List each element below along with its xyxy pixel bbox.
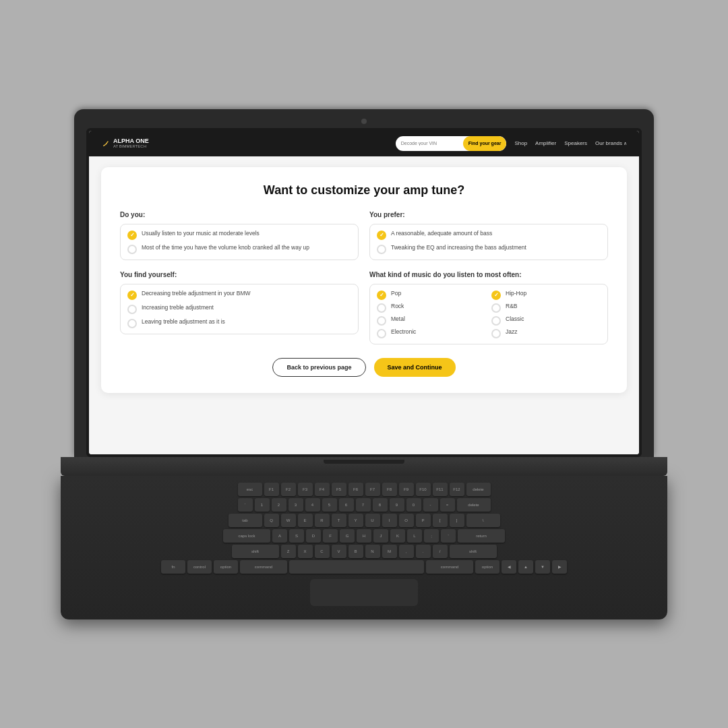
option-decrease-treble-text: Decreasing treble adjustment in your BMW	[142, 290, 251, 297]
laptop-camera	[361, 119, 367, 124]
nav-link-amplifier[interactable]: Amplifier	[535, 140, 556, 146]
nav-bar: ⟋ ALPHA ONE AT BIMMERTECH Find your gear	[89, 131, 639, 156]
btn-row: Back to previous page Save and Continue	[120, 358, 608, 377]
radio-jazz	[491, 329, 501, 338]
vin-input[interactable]	[396, 141, 463, 146]
page-content: Want to customize your amp tune? Do you:…	[89, 156, 639, 454]
radio-leave-treble	[127, 319, 137, 328]
card-title: Want to customize your amp tune?	[120, 183, 608, 198]
option-rock-text: Rock	[391, 303, 404, 310]
section-you-prefer: You prefer: A reasonable, adequate amoun…	[369, 211, 608, 260]
option-cranked[interactable]: Most of the time you have the volume kno…	[127, 244, 351, 254]
nav-link-speakers[interactable]: Speakers	[564, 140, 587, 146]
radio-decrease-treble	[127, 291, 137, 300]
option-electronic[interactable]: Electronic	[377, 328, 486, 338]
option-metal-text: Metal	[391, 315, 405, 323]
section-do-you: Do you: Usually listen to your music at …	[120, 211, 359, 260]
radio-tweaking-eq	[377, 245, 386, 254]
radio-electronic	[377, 329, 386, 338]
option-increase-treble-text: Increasing treble adjustment	[142, 304, 214, 311]
option-pop[interactable]: Pop	[377, 290, 486, 300]
section-you-prefer-label: You prefer:	[369, 211, 608, 218]
logo-sub: AT BIMMERTECH	[113, 144, 149, 148]
back-button[interactable]: Back to previous page	[272, 358, 365, 377]
browser: ⟋ ALPHA ONE AT BIMMERTECH Find your gear	[89, 131, 639, 454]
option-tweaking-eq-text: Tweaking the EQ and increasing the bass …	[391, 244, 526, 251]
option-metal[interactable]: Metal	[377, 315, 486, 326]
vin-input-wrap[interactable]: Find your gear	[396, 136, 507, 151]
option-moderate[interactable]: Usually listen to your music at moderate…	[127, 230, 351, 240]
radio-adequate-bass	[377, 231, 386, 240]
option-adequate-bass[interactable]: A reasonable, adequate amount of bass	[377, 230, 601, 240]
option-moderate-text: Usually listen to your music at moderate…	[142, 230, 260, 237]
section-music: What kind of music do you listen to most…	[369, 271, 608, 344]
radio-classic	[491, 316, 501, 326]
option-adequate-bass-text: A reasonable, adequate amount of bass	[391, 230, 492, 237]
option-jazz-text: Jazz	[506, 328, 517, 336]
option-cranked-text: Most of the time you have the volume kno…	[142, 244, 309, 251]
option-pop-text: Pop	[391, 290, 401, 297]
option-rnb[interactable]: R&B	[491, 303, 601, 313]
radio-cranked	[127, 245, 137, 254]
option-tweaking-eq[interactable]: Tweaking the EQ and increasing the bass …	[377, 244, 601, 254]
section-music-label: What kind of music do you listen to most…	[369, 271, 608, 278]
option-electronic-text: Electronic	[391, 328, 416, 336]
logo-text: ALPHA ONE	[113, 138, 149, 145]
option-rnb-text: R&B	[506, 303, 517, 310]
option-leave-treble-text: Leaving treble adjustment as it is	[142, 318, 225, 326]
radio-pop	[377, 291, 386, 300]
vin-btn[interactable]: Find your gear	[463, 136, 507, 151]
laptop-lid: ⟋ ALPHA ONE AT BIMMERTECH Find your gear	[74, 109, 654, 457]
option-increase-treble[interactable]: Increasing treble adjustment	[127, 304, 351, 314]
option-hiphop-text: Hip-Hop	[506, 290, 526, 297]
radio-rnb	[491, 303, 501, 313]
laptop-base	[61, 457, 667, 476]
trackpad[interactable]	[310, 579, 418, 606]
logo: ⟋ ALPHA ONE AT BIMMERTECH	[101, 138, 149, 149]
logo-icon: ⟋	[101, 138, 111, 149]
option-leave-treble[interactable]: Leaving treble adjustment as it is	[127, 318, 351, 328]
section-do-you-label: Do you:	[120, 211, 359, 218]
radio-hiphop	[491, 291, 501, 300]
laptop-outer: ⟋ ALPHA ONE AT BIMMERTECH Find your gear	[74, 109, 654, 619]
options-box-prefer: A reasonable, adequate amount of bass Tw…	[369, 224, 608, 260]
option-classic[interactable]: Classic	[491, 315, 601, 326]
option-jazz[interactable]: Jazz	[491, 328, 601, 338]
option-rock[interactable]: Rock	[377, 303, 486, 313]
card: Want to customize your amp tune? Do you:…	[101, 167, 627, 393]
section-you-find: You find yourself: Decreasing treble adj…	[120, 271, 359, 344]
questions-grid: Do you: Usually listen to your music at …	[120, 211, 608, 344]
section-you-find-label: You find yourself:	[120, 271, 359, 278]
laptop-base-notch	[324, 460, 404, 464]
options-box-music: Pop Hip-Hop	[369, 284, 608, 344]
option-classic-text: Classic	[506, 315, 524, 323]
continue-button[interactable]: Save and Continue	[374, 358, 456, 377]
radio-metal	[377, 316, 386, 326]
camera-bar	[86, 119, 642, 124]
nav-link-brands[interactable]: Our brands	[595, 140, 627, 146]
radio-moderate	[127, 231, 137, 240]
nav-link-shop[interactable]: Shop	[514, 140, 527, 146]
laptop-screen: ⟋ ALPHA ONE AT BIMMERTECH Find your gear	[89, 131, 639, 454]
screen-bezel: ⟋ ALPHA ONE AT BIMMERTECH Find your gear	[86, 128, 642, 457]
radio-rock	[377, 303, 386, 313]
radio-increase-treble	[127, 305, 137, 314]
keyboard-area: esc F1F2F3 F4F5F6 F7F8F9 F10F11F12 delet…	[61, 476, 667, 619]
options-box-find: Decreasing treble adjustment in your BMW…	[120, 284, 359, 334]
nav-links: Shop Amplifier Speakers Our brands	[514, 140, 627, 146]
music-grid: Pop Hip-Hop	[377, 290, 601, 338]
option-hiphop[interactable]: Hip-Hop	[491, 290, 601, 300]
options-box-do-you: Usually listen to your music at moderate…	[120, 224, 359, 260]
option-decrease-treble[interactable]: Decreasing treble adjustment in your BMW	[127, 290, 351, 300]
